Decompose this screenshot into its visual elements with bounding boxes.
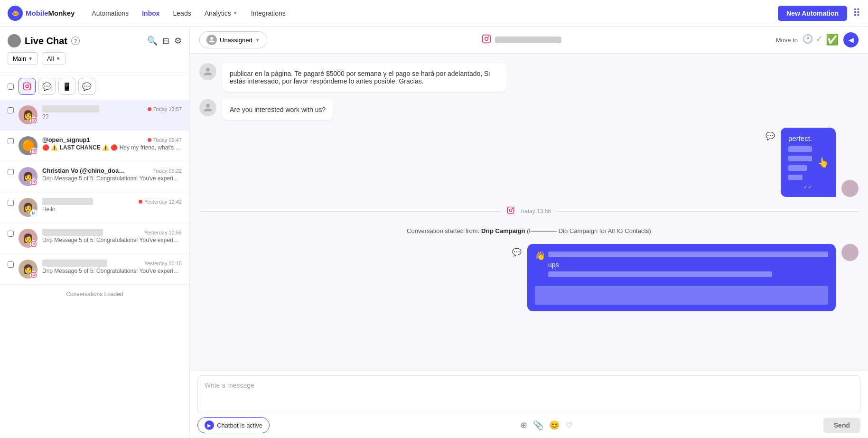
- main-filter-dropdown[interactable]: Main ▼: [8, 52, 38, 65]
- nav-inbox[interactable]: Inbox: [136, 7, 165, 20]
- instagram-channel-btn[interactable]: [19, 78, 36, 95]
- heart-icon[interactable]: ♡: [565, 420, 573, 430]
- list-item[interactable]: 👩 I──────────────) Yesterday 10:15 Drip …: [0, 254, 189, 285]
- conv-preview: Hello: [42, 206, 182, 213]
- all-filter-dropdown[interactable]: All ▼: [42, 52, 65, 65]
- select-all-checkbox[interactable]: [8, 84, 14, 90]
- svg-point-19: [485, 37, 488, 40]
- list-item[interactable]: 👩 Christian Vo (@chino_doanminh) Today 0…: [0, 161, 189, 192]
- nav-integrations[interactable]: Integrations: [245, 7, 291, 20]
- svg-point-17: [35, 273, 36, 274]
- emoji-icon[interactable]: 😊: [549, 420, 560, 430]
- conversation-started-notice: Conversation started from: Drip Campaign…: [199, 225, 859, 236]
- message-bubble: publicar en la página. Te pagaré $5000 p…: [222, 63, 507, 92]
- svg-rect-6: [31, 149, 36, 154]
- conv-avatar: 👩: [19, 167, 37, 186]
- main-filter-chevron-icon: ▼: [28, 56, 33, 61]
- filter-icon[interactable]: ⊟: [162, 36, 169, 46]
- svg-point-1: [26, 85, 28, 88]
- svg-rect-15: [31, 272, 36, 277]
- conv-preview: Drip Message 5 of 5: Congratulations! Yo…: [42, 268, 182, 274]
- conv-content: L───────────── Yesterday 10:55 Drip Mess…: [42, 229, 182, 243]
- conv-checkbox[interactable]: [8, 200, 14, 206]
- conv-name: Christian Vo (@chino_doanminh): [42, 167, 128, 174]
- message-placeholder: Write a message: [205, 382, 254, 389]
- speech-indicator: 💬: [765, 128, 775, 140]
- sms-channel-btn[interactable]: 📱: [58, 78, 75, 95]
- conv-checkbox[interactable]: [8, 261, 14, 268]
- sender-avatar: [841, 180, 859, 197]
- contact-instagram-icon: [482, 34, 491, 46]
- add-icon[interactable]: ⊕: [520, 420, 527, 430]
- search-icon[interactable]: 🔍: [147, 36, 158, 46]
- logo[interactable]: 🐵 MobileMonkey: [8, 6, 75, 21]
- message-input[interactable]: Write a message: [197, 375, 860, 413]
- sender-avatar: [841, 244, 859, 261]
- sidebar-title: Live Chat ?: [8, 34, 80, 47]
- list-item[interactable]: 👩 M M───── R──── Yesterday 12:42 Hello: [0, 192, 189, 223]
- conv-preview: 🔴 ⚠️ LAST CHANCE ⚠️ 🔴 Hey my friend, wha…: [42, 144, 182, 151]
- conv-checkbox[interactable]: [8, 231, 14, 237]
- instagram-divider-icon: [507, 206, 514, 216]
- conv-avatar: 👩: [19, 260, 37, 279]
- blurred-line: [788, 156, 812, 161]
- attachment-icon[interactable]: 📎: [533, 420, 543, 430]
- conv-preview: Drip Message 5 of 5: Congratulations! Yo…: [42, 175, 182, 182]
- help-icon[interactable]: ?: [71, 37, 80, 45]
- expand-chat-button[interactable]: ◀: [843, 32, 859, 47]
- list-item[interactable]: 🟠 @open_signup1 Today 09:47 🔴 ⚠️ LAST CH…: [0, 130, 189, 161]
- conv-avatar: 👩: [19, 229, 37, 248]
- main-layout: Live Chat ? 🔍 ⊟ ⚙ Main ▼ All ▼: [0, 27, 868, 438]
- conv-name: @open_signup1: [42, 136, 90, 143]
- conversation-list: 👩 ─────── Today 13:57 ??: [0, 100, 189, 438]
- conv-avatar: 👩: [19, 105, 37, 124]
- channel-icons: 💬 📱 💬: [0, 73, 189, 100]
- nav-analytics[interactable]: Analytics ▼: [199, 7, 243, 20]
- conv-name-row: ─────── Today 13:57: [42, 105, 182, 112]
- conv-content: ─────── Today 13:57 ??: [42, 105, 182, 120]
- message-bubble: perfect. 👆 ✓✓: [781, 128, 836, 197]
- unread-dot: [148, 107, 151, 111]
- message-bubble: Are you interested work with us?: [222, 99, 333, 120]
- messenger-badge: M: [30, 209, 37, 217]
- svg-point-8: [35, 150, 36, 151]
- main-filter-label: Main: [13, 55, 26, 62]
- check-circle-icon[interactable]: ✓: [816, 34, 823, 46]
- wave-emoji: 👋: [535, 251, 545, 261]
- settings-icon[interactable]: ⚙: [174, 36, 182, 46]
- conv-checkbox[interactable]: [8, 169, 14, 175]
- conv-name: L─────────────: [42, 229, 103, 236]
- conv-name-row: Christian Vo (@chino_doanminh) Today 05:…: [42, 167, 182, 174]
- send-button[interactable]: Send: [823, 418, 860, 433]
- nav-leads[interactable]: Leads: [168, 7, 197, 20]
- chat-channel-btn[interactable]: 💬: [78, 78, 95, 95]
- conv-checkbox[interactable]: [8, 138, 14, 144]
- top-nav: 🐵 MobileMonkey Automations Inbox Leads A…: [0, 0, 868, 27]
- unassigned-dropdown[interactable]: Unassigned ▼: [199, 31, 267, 48]
- conv-time: Yesterday 12:42: [139, 199, 182, 205]
- blurred-line: [548, 271, 772, 277]
- svg-point-5: [35, 119, 36, 120]
- messenger-channel-btn[interactable]: 💬: [38, 78, 56, 95]
- chat-header-left: Unassigned ▼: [199, 31, 267, 48]
- instagram-badge: [30, 148, 37, 155]
- new-automation-button[interactable]: New Automation: [778, 6, 847, 21]
- svg-point-4: [33, 120, 35, 121]
- move-to-label: Move to: [776, 37, 798, 44]
- conv-started-suffix: (I────── Dip Campaign for All IG Contact…: [527, 227, 651, 234]
- sidebar: Live Chat ? 🔍 ⊟ ⚙ Main ▼ All ▼: [0, 27, 190, 438]
- grid-icon[interactable]: ⠿: [853, 7, 860, 19]
- check-done-icon[interactable]: ✅: [826, 34, 839, 46]
- message-text: perfect.: [788, 134, 812, 142]
- conv-name: I──────────────): [42, 260, 107, 267]
- list-item[interactable]: 👩 L───────────── Yesterday 10:55 Drip Me…: [0, 223, 189, 254]
- svg-point-20: [488, 36, 489, 37]
- sms-icon: 📱: [62, 82, 72, 91]
- chatbot-active-button[interactable]: ▶ Chatbot is active: [197, 417, 270, 433]
- clock-icon[interactable]: 🕐: [803, 34, 813, 46]
- instagram-badge: [30, 271, 37, 279]
- nav-automations[interactable]: Automations: [86, 7, 134, 20]
- list-item[interactable]: 👩 ─────── Today 13:57 ??: [0, 100, 189, 130]
- instagram-icon: [23, 82, 31, 91]
- conv-checkbox[interactable]: [8, 107, 14, 113]
